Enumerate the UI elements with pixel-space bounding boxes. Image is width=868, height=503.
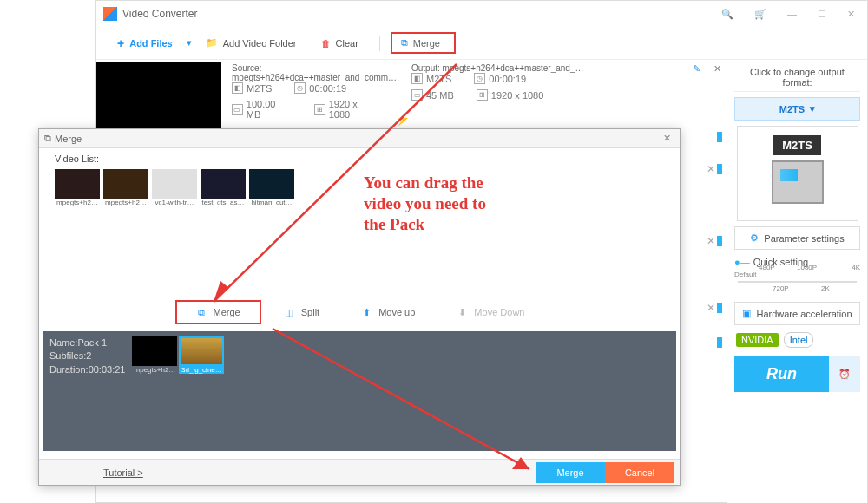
- clock-icon: ◷: [294, 82, 306, 94]
- remove-row-icon[interactable]: ✕: [707, 163, 715, 175]
- remove-row-icon[interactable]: ✕: [707, 235, 715, 247]
- add-folder-button[interactable]: 📁 Add Video Folder: [195, 34, 307, 52]
- tick-1080p: 1080P: [797, 264, 817, 271]
- output-size: 45 MB: [426, 90, 454, 101]
- tick-720p: 720P: [773, 284, 789, 292]
- move-down-label: Move Down: [474, 307, 524, 317]
- remove-item-icon[interactable]: ✕: [713, 63, 721, 75]
- split-icon: ◫: [284, 307, 294, 317]
- video-list: mpegts+h2… mpegts+h2… vc1-with-tr… test_…: [39, 169, 680, 206]
- output-container: M2TS: [426, 74, 451, 84]
- intel-badge: Intel: [784, 332, 814, 348]
- video-list-item[interactable]: test_dts_as…: [201, 169, 246, 206]
- list-stripe: [717, 303, 722, 313]
- pack-item-selected[interactable]: 3d_lg_cine…: [179, 336, 224, 374]
- pack-bar: Name:Pack 1 Subfiles:2 Duration:00:03:21…: [43, 331, 676, 382]
- trash-icon: 🗑: [321, 38, 331, 49]
- clear-button[interactable]: 🗑 Clear: [311, 35, 369, 52]
- list-stripe: [717, 132, 722, 142]
- window-title: Video Converter: [122, 8, 198, 20]
- close-button[interactable]: ✕: [842, 7, 860, 22]
- list-stripe: [717, 236, 722, 246]
- format-badge-label: M2TS: [773, 135, 821, 155]
- tutorial-link[interactable]: Tutorial >: [44, 467, 143, 478]
- merge-icon: ⧉: [401, 37, 408, 49]
- video-list-item[interactable]: vc1-with-tr…: [152, 169, 197, 206]
- dialog-close-button[interactable]: ✕: [660, 133, 674, 144]
- param-settings-label: Parameter settings: [764, 233, 844, 244]
- pack-merge-button[interactable]: ⧉ Merge: [175, 300, 261, 324]
- cart-icon[interactable]: 🛒: [749, 7, 772, 22]
- size-icon: ▭: [232, 104, 243, 115]
- merge-toolbar: ⧉ Merge ◫ Split ⬆ Move up ⬇ Move Down: [39, 293, 680, 331]
- video-list-item[interactable]: mpegts+h2…: [103, 169, 148, 206]
- move-down-button[interactable]: ⬇ Move Down: [437, 302, 543, 323]
- container-icon: ◧: [232, 82, 243, 94]
- parameter-settings-button[interactable]: ⚙ Parameter settings: [734, 226, 860, 250]
- run-button[interactable]: Run: [734, 356, 829, 392]
- list-stripe: [717, 164, 722, 174]
- edit-output-icon[interactable]: ✎: [693, 63, 700, 75]
- main-toolbar: + Add Files ▾ 📁 Add Video Folder 🗑 Clear…: [96, 27, 867, 60]
- app-logo-icon: [103, 7, 117, 21]
- tick-480p: 480P: [759, 264, 775, 271]
- title-bar: Video Converter 🔍 🛒 — ☐ ✕: [96, 1, 867, 27]
- pack-split-button[interactable]: ◫ Split: [265, 302, 339, 323]
- merge-dialog-icon: ⧉: [44, 133, 51, 144]
- format-preview[interactable]: M2TS: [737, 126, 858, 221]
- add-files-button[interactable]: + Add Files: [107, 33, 183, 54]
- merge-dialog-title: Merge: [55, 134, 82, 144]
- arrow-down-icon: ⬇: [457, 307, 467, 317]
- dialog-cancel-button[interactable]: Cancel: [605, 462, 674, 483]
- output-label: Output: mpegts+h264+dca++master_and_…: [411, 63, 720, 73]
- remove-row-icon[interactable]: ✕: [707, 302, 715, 314]
- tick-default: Default: [734, 271, 756, 278]
- minimize-button[interactable]: —: [782, 7, 802, 21]
- hardware-acceleration-button[interactable]: ▣ Hardware acceleration: [734, 302, 860, 325]
- right-panel: Click to change output format: M2TS ▾ M2…: [727, 60, 867, 503]
- move-up-label: Move up: [378, 307, 415, 317]
- move-up-button[interactable]: ⬆ Move up: [342, 302, 434, 323]
- toolbar-divider: [379, 36, 380, 51]
- resolution-icon: ⊞: [477, 89, 488, 101]
- source-size: 100.00 MB: [247, 99, 292, 120]
- dialog-merge-button[interactable]: Merge: [536, 462, 605, 483]
- source-resolution: 1920 x 1080: [329, 99, 380, 120]
- format-selector[interactable]: M2TS ▾: [734, 97, 860, 121]
- merge-dialog: ⧉ Merge ✕ Video List: mpegts+h2… mpegts+…: [38, 128, 681, 486]
- instruction-annotation: You can drag thevideo you need tothe Pac…: [364, 173, 486, 234]
- pack-info: Name:Pack 1 Subfiles:2 Duration:00:03:21: [49, 336, 125, 376]
- merge-icon: ⧉: [196, 307, 207, 317]
- video-list-label: Video List:: [39, 148, 680, 169]
- maximize-button[interactable]: ☐: [812, 7, 832, 22]
- plus-icon: +: [117, 36, 124, 50]
- video-list-item[interactable]: hitman_cut…: [249, 169, 294, 206]
- folder-icon: 📁: [206, 37, 218, 49]
- tick-2k: 2K: [821, 284, 830, 292]
- pack-item[interactable]: mpegts+h2…: [132, 336, 177, 374]
- pack-drop-area[interactable]: [43, 382, 676, 451]
- list-stripe: [717, 337, 722, 348]
- merge-label: Merge: [413, 38, 440, 49]
- source-label: Source: mpegts+h264+dca++master_and_comm…: [232, 63, 398, 82]
- chevron-down-icon: ▾: [810, 103, 815, 114]
- dot-icon: ●—: [734, 257, 750, 267]
- source-container: M2TS: [247, 83, 272, 94]
- add-folder-label: Add Video Folder: [223, 38, 297, 49]
- add-files-dropdown-icon[interactable]: ▾: [187, 37, 192, 49]
- clock-icon: ◷: [474, 73, 485, 84]
- schedule-button[interactable]: ⏰: [829, 356, 860, 392]
- hw-accel-label: Hardware acceleration: [756, 309, 852, 319]
- quality-slider[interactable]: Default 480P 720P 1080P 2K 4K: [734, 271, 860, 295]
- video-list-item[interactable]: mpegts+h2…: [55, 169, 100, 206]
- search-icon[interactable]: 🔍: [716, 7, 739, 22]
- sliders-icon: ⚙: [750, 232, 759, 244]
- camcorder-icon: [772, 160, 824, 204]
- merge-button[interactable]: ⧉ Merge: [391, 32, 456, 54]
- add-files-label: Add Files: [129, 38, 173, 49]
- nvidia-badge: NVIDIA: [736, 333, 779, 347]
- arrow-up-icon: ⬆: [361, 307, 372, 317]
- output-resolution: 1920 x 1080: [491, 90, 544, 101]
- output-format-label: Click to change output format:: [734, 67, 860, 92]
- resolution-icon: ⊞: [314, 104, 326, 115]
